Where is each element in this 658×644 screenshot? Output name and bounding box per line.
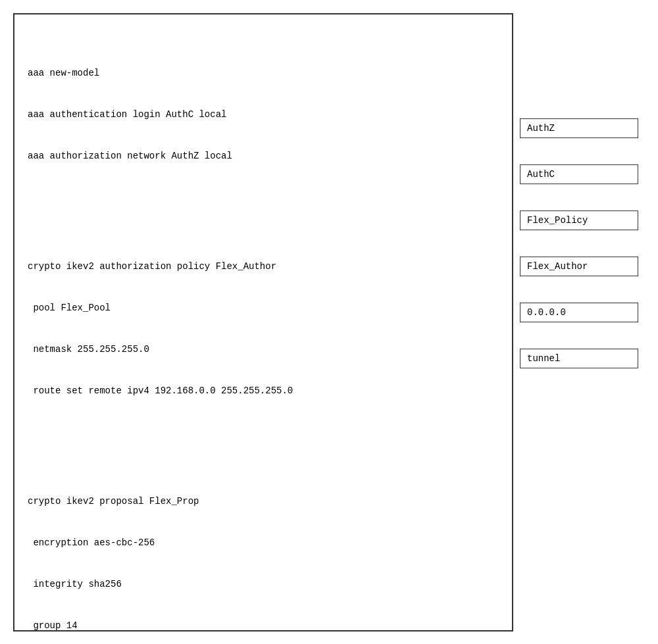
line-route-set: route set remote ipv4 192.168.0.0 255.25… <box>28 384 499 398</box>
line-aaa-new-model: aaa new-model <box>28 66 499 80</box>
sidebar-item-authc[interactable]: AuthC <box>520 164 638 184</box>
line-blank-2 <box>28 426 499 439</box>
line-integrity: integrity sha256 <box>28 578 499 591</box>
line-blank-1 <box>28 191 499 205</box>
sidebar-item-flex-policy[interactable]: Flex_Policy <box>520 211 638 230</box>
code-content: aaa new-model aaa authentication login A… <box>28 25 499 632</box>
line-encryption: encryption aes-cbc-256 <box>28 536 499 550</box>
sidebar-item-address[interactable]: 0.0.0.0 <box>520 303 638 322</box>
line-crypto-ikev2-auth-policy: crypto ikev2 authorization policy Flex_A… <box>28 260 499 274</box>
sidebar-item-flex-author[interactable]: Flex_Author <box>520 257 638 276</box>
line-aaa-auth-login: aaa authentication login AuthC local <box>28 108 499 122</box>
sidebar-item-tunnel[interactable]: tunnel <box>520 349 638 368</box>
sidebar-item-authz[interactable]: AuthZ <box>520 118 638 138</box>
sidebar-panel: AuthZ AuthC Flex_Policy Flex_Author 0.0.… <box>513 13 645 632</box>
page-container: aaa new-model aaa authentication login A… <box>0 0 658 644</box>
line-group: group 14 <box>28 619 499 632</box>
main-layout: aaa new-model aaa authentication login A… <box>13 13 645 632</box>
line-aaa-authz: aaa authorization network AuthZ local <box>28 149 499 163</box>
line-netmask: netmask 255.255.255.0 <box>28 343 499 357</box>
code-panel: aaa new-model aaa authentication login A… <box>13 13 513 632</box>
line-ikev2-proposal: crypto ikev2 proposal Flex_Prop <box>28 495 499 508</box>
line-pool: pool Flex_Pool <box>28 301 499 315</box>
